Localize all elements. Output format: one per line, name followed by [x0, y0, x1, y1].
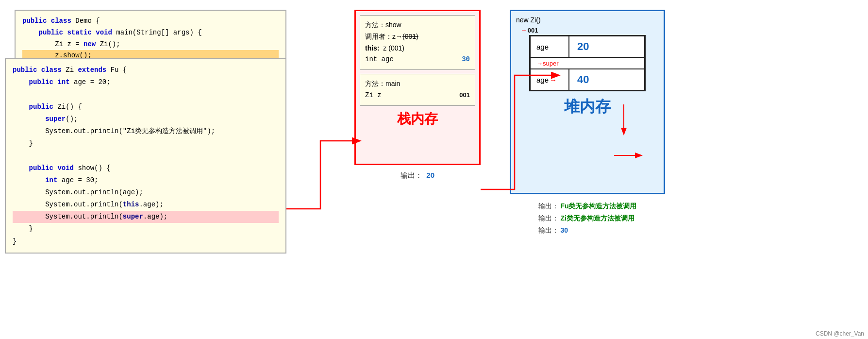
frame-caller: 调用者：z→(001) [365, 31, 470, 43]
code-line: int age = 30; [13, 174, 279, 186]
heap-address-label: new Zi() [516, 16, 659, 24]
code-line: public Zi() { [13, 101, 279, 113]
heap-fu-value: 40 [569, 69, 597, 90]
code-line: public static void main(String[] args) { [22, 27, 279, 39]
heap-output-2: 输出： Zi类无参构造方法被调用 [538, 212, 637, 224]
frame-method-main: 方法：main [365, 78, 470, 90]
frame-local: int age30 [365, 54, 470, 66]
heap-zi-field: age [531, 36, 569, 57]
frame-local-main: Zi z001 [365, 90, 470, 102]
stack-box: 方法：show 调用者：z→(001) this: z (001) int ag… [354, 10, 481, 165]
frame-method: 方法：show [365, 19, 470, 31]
heap-output-1: 输出： Fu类无参构造方法被调用 [538, 200, 637, 212]
code-line: super(); [13, 113, 279, 125]
stack-frame-main: 方法：main Zi z001 [360, 74, 475, 106]
heap-object: age 20 →super age → 40 [529, 35, 646, 91]
code-line: } [13, 137, 279, 150]
code-line-highlight-pink: System.out.println(super.age); [13, 211, 279, 223]
heap-row-zi: age 20 [531, 36, 644, 58]
heap-title: 堆内存 [516, 96, 659, 118]
heap-zi-value: 20 [569, 36, 597, 57]
code-line: } [13, 223, 279, 235]
code-line: System.out.println("Zi类无参构造方法被调用"); [13, 125, 279, 137]
code-line: public class Demo { [22, 16, 279, 27]
code-line: public class Zi extends Fu { [13, 64, 279, 76]
code-line: System.out.println(this.age); [13, 199, 279, 211]
code-line: public int age = 20; [13, 76, 279, 88]
heap-box: new Zi() → 001 age 20 →super a [510, 10, 665, 194]
watermark: CSDN @cher_Van [816, 330, 864, 337]
heap-super-row: →super [531, 58, 644, 69]
main-container: public class Demo { public static void m… [0, 0, 868, 339]
stack-frame-show: 方法：show 调用者：z→(001) this: z (001) int ag… [360, 15, 475, 70]
code-line [13, 88, 279, 101]
code-line: System.out.println(age); [13, 186, 279, 199]
zi-class-card: public class Zi extends Fu { public int … [5, 58, 286, 254]
heap-section: new Zi() → 001 age 20 →super a [510, 10, 665, 237]
code-line: public void show() { [13, 162, 279, 174]
code-line [13, 150, 279, 162]
heap-output-3: 输出： 30 [538, 224, 637, 237]
frame-this: this: z (001) [365, 43, 470, 54]
code-section: public class Demo { public static void m… [5, 10, 306, 205]
code-line: } [13, 236, 279, 248]
code-line: Zi z = new Zi(); [22, 39, 279, 51]
heap-addr-val: 001 [528, 27, 538, 34]
stack-output: 输出： 20 [401, 171, 434, 180]
heap-output-area: 输出： Fu类无参构造方法被调用 输出： Zi类无参构造方法被调用 输出： 30 [538, 200, 637, 237]
stack-section: 方法：show 调用者：z→(001) this: z (001) int ag… [354, 10, 481, 180]
heap-row-fu: age → 40 [531, 69, 644, 90]
stack-title: 栈内存 [356, 110, 479, 128]
heap-fu-field: age → [531, 69, 569, 90]
